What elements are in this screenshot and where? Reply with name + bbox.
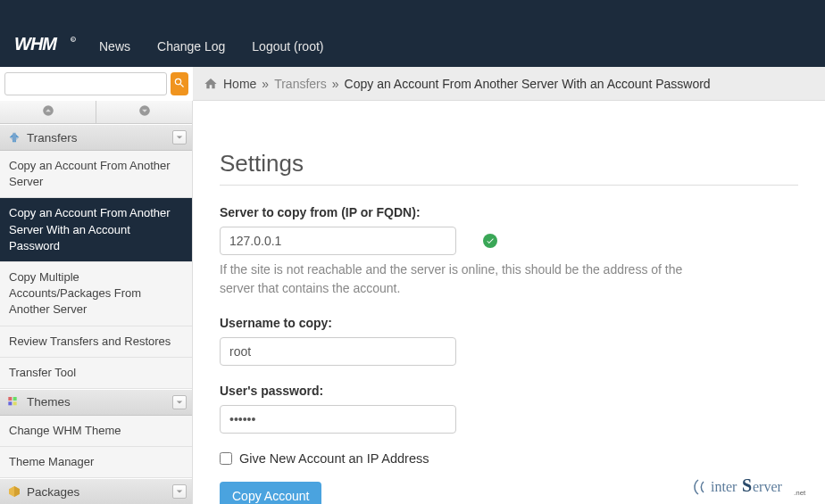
search-icon — [173, 77, 186, 92]
sidebar-item[interactable]: Transfer Tool — [0, 358, 192, 389]
search-input[interactable] — [4, 72, 167, 95]
server-input[interactable] — [220, 227, 456, 255]
section-header-themes[interactable]: Themes — [0, 389, 192, 416]
sidebar-item[interactable]: Copy an Account From Another Server — [0, 151, 192, 198]
nav-changelog[interactable]: Change Log — [157, 39, 225, 54]
sidebar-item[interactable]: Change WHM Theme — [0, 416, 192, 447]
section-icon — [7, 130, 21, 145]
svg-rect-5 — [8, 397, 12, 401]
password-input[interactable] — [220, 405, 456, 434]
svg-rect-7 — [8, 401, 12, 405]
svg-text:inter: inter — [711, 479, 738, 494]
breadcrumb: Home » Transfers » Copy an Account From … — [193, 67, 825, 101]
svg-rect-8 — [13, 401, 17, 405]
section-icon — [7, 395, 21, 409]
section-icon — [7, 484, 21, 499]
interserver-logo: inter S erver .net — [693, 476, 818, 500]
search-button[interactable] — [171, 72, 188, 95]
section-title: Themes — [27, 395, 71, 409]
svg-text:WHM: WHM — [14, 34, 58, 54]
server-help-text: If the site is not reachable and the ser… — [220, 260, 720, 298]
svg-text:S: S — [742, 476, 752, 495]
success-check-icon — [483, 234, 497, 248]
server-label: Server to copy from (IP or FQDN): — [220, 205, 798, 219]
give-ip-checkbox-row[interactable]: Give New Account an IP Address — [220, 451, 798, 466]
content-area: Settings Server to copy from (IP or FQDN… — [193, 101, 825, 504]
section-header-transfers[interactable]: Transfers — [0, 124, 192, 151]
section-title: Packages — [27, 485, 79, 499]
copy-account-button[interactable]: Copy Account — [220, 482, 321, 504]
breadcrumb-transfers[interactable]: Transfers — [274, 77, 327, 91]
give-ip-checkbox[interactable] — [220, 452, 232, 465]
svg-text:.net: .net — [794, 489, 806, 497]
sidebar-collapse-down[interactable] — [96, 101, 192, 123]
sidebar-collapse-up[interactable] — [0, 101, 96, 123]
chevron-up-icon — [42, 104, 54, 120]
breadcrumb-sep: » — [332, 77, 339, 91]
whm-logo: WHM R — [14, 34, 77, 54]
nav-logout[interactable]: Logout (root) — [252, 39, 323, 54]
sidebar-item[interactable]: Theme Manager — [0, 447, 192, 478]
chevron-down-icon — [138, 104, 151, 120]
breadcrumb-home[interactable]: Home — [223, 77, 256, 91]
username-input[interactable] — [220, 337, 456, 366]
breadcrumb-sep: » — [262, 77, 269, 91]
chevron-down-icon — [172, 484, 187, 499]
give-ip-label: Give New Account an IP Address — [239, 451, 429, 466]
home-icon — [204, 76, 218, 91]
svg-rect-6 — [13, 397, 17, 401]
password-label: User's password: — [220, 384, 798, 398]
search-wrap — [0, 67, 193, 101]
sidebar-item[interactable]: Review Transfers and Restores — [0, 326, 192, 358]
sidebar: TransfersCopy an Account From Another Se… — [0, 101, 193, 504]
section-title: Transfers — [27, 131, 78, 145]
breadcrumb-current: Copy an Account From Another Server With… — [345, 77, 711, 91]
svg-text:erver: erver — [753, 479, 783, 494]
sidebar-item[interactable]: Copy an Account From Another Server With… — [0, 198, 192, 262]
nav-news[interactable]: News — [99, 39, 130, 54]
chevron-down-icon — [172, 130, 187, 145]
chevron-down-icon — [172, 395, 187, 409]
top-nav: WHM R News Change Log Logout (root) — [0, 0, 825, 67]
page-heading: Settings — [220, 150, 798, 186]
sidebar-item[interactable]: Copy Multiple Accounts/Packages From Ano… — [0, 262, 192, 326]
username-label: Username to copy: — [220, 316, 798, 330]
section-header-packages[interactable]: Packages — [0, 478, 192, 504]
